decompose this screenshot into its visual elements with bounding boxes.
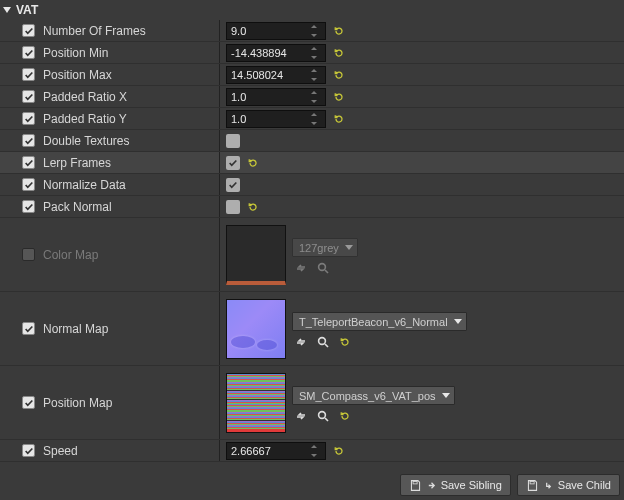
speed-input[interactable]: 2.66667 xyxy=(226,442,326,460)
override-checkbox[interactable] xyxy=(22,396,35,409)
svg-rect-4 xyxy=(530,481,534,483)
reset-button[interactable] xyxy=(338,336,351,349)
prop-label: Lerp Frames xyxy=(43,156,111,170)
row-pos-min: Position Min -14.438894 xyxy=(0,42,624,64)
svg-point-2 xyxy=(319,412,326,419)
svg-point-1 xyxy=(319,338,326,345)
pos-min-input[interactable]: -14.438894 xyxy=(226,44,326,62)
arrow-right-icon xyxy=(427,481,436,490)
row-pad-y: Padded Ratio Y 1.0 xyxy=(0,108,624,130)
row-speed: Speed 2.66667 xyxy=(0,440,624,462)
reset-button[interactable] xyxy=(332,444,345,457)
position-map-dropdown[interactable]: SM_Compass_v6_VAT_pos xyxy=(292,386,455,405)
pos-max-input[interactable]: 14.508024 xyxy=(226,66,326,84)
prop-label: Speed xyxy=(43,444,78,458)
reset-button[interactable] xyxy=(246,156,259,169)
reset-button[interactable] xyxy=(332,112,345,125)
spinner-icon[interactable] xyxy=(311,445,321,457)
reset-button[interactable] xyxy=(338,410,351,423)
override-checkbox[interactable] xyxy=(22,46,35,59)
row-num-frames: Number Of Frames 9.0 xyxy=(0,20,624,42)
row-lerp-frames: Lerp Frames xyxy=(0,152,624,174)
use-selected-button[interactable] xyxy=(294,261,308,275)
save-icon xyxy=(526,479,539,492)
override-checkbox[interactable] xyxy=(22,90,35,103)
spinner-icon[interactable] xyxy=(311,25,321,37)
override-checkbox[interactable] xyxy=(22,322,35,335)
prop-label: Double Textures xyxy=(43,134,130,148)
pad-x-input[interactable]: 1.0 xyxy=(226,88,326,106)
prop-label: Position Max xyxy=(43,68,112,82)
prop-label: Pack Normal xyxy=(43,200,112,214)
pack-normal-checkbox[interactable] xyxy=(226,200,240,214)
override-checkbox[interactable] xyxy=(22,444,35,457)
position-map-thumbnail[interactable] xyxy=(226,373,286,433)
normal-map-dropdown[interactable]: T_TeleportBeacon_v6_Normal xyxy=(292,312,467,331)
chevron-down-icon xyxy=(442,393,450,398)
save-sibling-button[interactable]: Save Sibling xyxy=(400,474,511,496)
color-map-thumbnail[interactable] xyxy=(226,225,286,285)
category-title: VAT xyxy=(16,3,38,17)
spinner-icon[interactable] xyxy=(311,69,321,81)
reset-button[interactable] xyxy=(332,46,345,59)
row-double-textures: Double Textures xyxy=(0,130,624,152)
prop-label: Position Min xyxy=(43,46,108,60)
browse-button[interactable] xyxy=(316,409,330,423)
spinner-icon[interactable] xyxy=(311,113,321,125)
override-checkbox[interactable] xyxy=(22,178,35,191)
browse-button[interactable] xyxy=(316,261,330,275)
reset-button[interactable] xyxy=(332,90,345,103)
override-checkbox[interactable] xyxy=(22,134,35,147)
spinner-icon[interactable] xyxy=(311,91,321,103)
prop-label: Padded Ratio X xyxy=(43,90,127,104)
prop-label: Position Map xyxy=(43,396,112,410)
reset-button[interactable] xyxy=(246,200,259,213)
chevron-down-icon xyxy=(454,319,462,324)
normal-map-thumbnail[interactable] xyxy=(226,299,286,359)
use-selected-button[interactable] xyxy=(294,335,308,349)
override-checkbox[interactable] xyxy=(22,68,35,81)
expand-arrow-icon xyxy=(3,7,11,13)
row-pack-normal: Pack Normal xyxy=(0,196,624,218)
override-checkbox[interactable] xyxy=(22,156,35,169)
row-pos-max: Position Max 14.508024 xyxy=(0,64,624,86)
override-checkbox[interactable] xyxy=(22,24,35,37)
override-checkbox[interactable] xyxy=(22,200,35,213)
svg-point-0 xyxy=(319,264,326,271)
labelcol: Number Of Frames xyxy=(0,20,220,41)
row-normal-map: Normal Map T_TeleportBeacon_v6_Normal xyxy=(0,292,624,366)
reset-button[interactable] xyxy=(332,68,345,81)
prop-label: Number Of Frames xyxy=(43,24,146,38)
arrow-down-right-icon xyxy=(544,481,553,490)
prop-label: Color Map xyxy=(43,248,98,262)
spinner-icon[interactable] xyxy=(311,47,321,59)
save-icon xyxy=(409,479,422,492)
chevron-down-icon xyxy=(345,245,353,250)
override-checkbox[interactable] xyxy=(22,112,35,125)
normalize-data-checkbox[interactable] xyxy=(226,178,240,192)
use-selected-button[interactable] xyxy=(294,409,308,423)
prop-label: Normalize Data xyxy=(43,178,126,192)
category-header-vat[interactable]: VAT xyxy=(0,0,624,20)
browse-button[interactable] xyxy=(316,335,330,349)
prop-label: Padded Ratio Y xyxy=(43,112,127,126)
color-map-dropdown[interactable]: 127grey xyxy=(292,238,358,257)
svg-rect-3 xyxy=(413,481,417,483)
override-checkbox-unchecked[interactable] xyxy=(22,248,35,261)
reset-button[interactable] xyxy=(332,24,345,37)
row-pad-x: Padded Ratio X 1.0 xyxy=(0,86,624,108)
double-textures-checkbox[interactable] xyxy=(226,134,240,148)
prop-label: Normal Map xyxy=(43,322,108,336)
row-color-map: Color Map 127grey xyxy=(0,218,624,292)
details-panel: VAT Number Of Frames 9.0 xyxy=(0,0,624,500)
save-child-button[interactable]: Save Child xyxy=(517,474,620,496)
row-position-map: Position Map SM_Compass_v6_VAT_pos xyxy=(0,366,624,440)
num-frames-input[interactable]: 9.0 xyxy=(226,22,326,40)
footer-bar: Save Sibling Save Child xyxy=(400,474,620,496)
lerp-frames-checkbox[interactable] xyxy=(226,156,240,170)
row-normalize-data: Normalize Data xyxy=(0,174,624,196)
pad-y-input[interactable]: 1.0 xyxy=(226,110,326,128)
